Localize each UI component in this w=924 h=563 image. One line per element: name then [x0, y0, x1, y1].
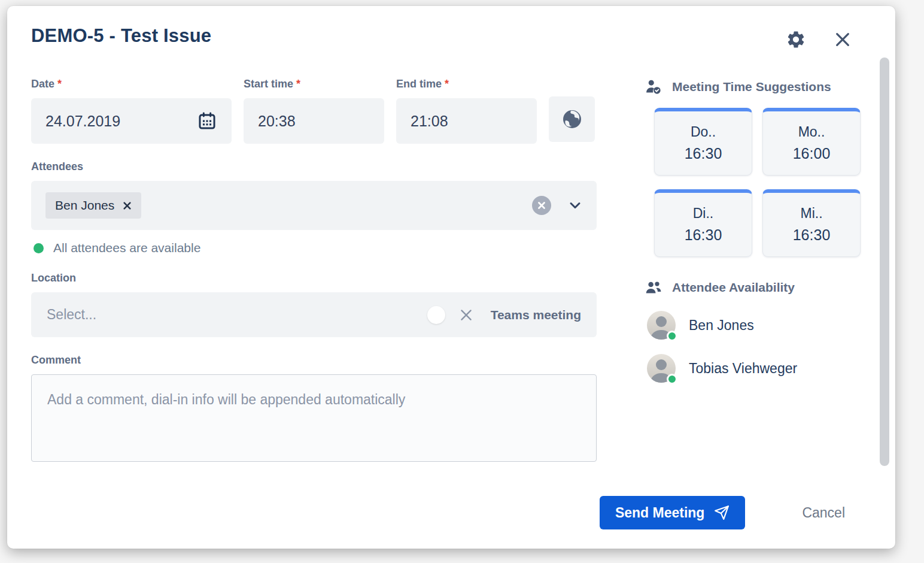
start-time-label-text: Start time — [244, 78, 293, 90]
clear-location-icon[interactable] — [458, 307, 474, 323]
send-meeting-label: Send Meeting — [615, 505, 705, 521]
suggestion-day: Mi.. — [800, 205, 822, 222]
date-field-group: Date* 24.07.2019 — [31, 78, 232, 144]
suggestion-time: 16:30 — [685, 226, 722, 244]
clear-attendees-icon[interactable] — [532, 196, 551, 215]
attendee-availability-row: Ben Jones — [647, 311, 871, 340]
suggestion-time: 16:00 — [793, 145, 831, 162]
chevron-down-icon[interactable] — [567, 197, 583, 214]
date-value: 24.07.2019 — [45, 113, 120, 130]
end-time-label: End time* — [396, 78, 537, 90]
dialog-title: DEMO-5 - Test Issue — [31, 25, 211, 47]
remove-attendee-icon[interactable] — [123, 201, 132, 210]
location-input[interactable] — [47, 307, 427, 323]
people-icon — [645, 279, 662, 296]
dialog-body: Date* 24.07.2019 Start time* 20:38 — [31, 78, 871, 464]
end-time-label-text: End time — [396, 78, 442, 90]
teams-meeting-toggle[interactable] — [427, 306, 445, 324]
suggestions-grid: Do.. 16:30 Mo.. 16:00 Di.. 16:30 Mi.. 16… — [654, 108, 871, 257]
attendee-availability-row: Tobias Viehweger — [647, 354, 871, 383]
header-actions — [785, 29, 853, 50]
availability-status: All attendees are available — [34, 241, 597, 255]
suggestion-card[interactable]: Mi.. 16:30 — [762, 189, 861, 257]
availability-status-text: All attendees are available — [53, 241, 200, 255]
availability-title: Attendee Availability — [672, 280, 795, 295]
suggestion-time: 16:30 — [793, 226, 831, 244]
end-time-input[interactable]: 21:08 — [396, 98, 537, 144]
settings-gear-icon[interactable] — [785, 29, 807, 50]
cancel-button[interactable]: Cancel — [802, 505, 845, 521]
datetime-row: Date* 24.07.2019 Start time* 20:38 — [31, 78, 597, 144]
comment-textarea[interactable] — [31, 374, 597, 462]
date-label-text: Date — [31, 78, 54, 90]
comment-section: Comment — [31, 354, 597, 464]
start-time-input[interactable]: 20:38 — [244, 98, 384, 144]
close-icon[interactable] — [832, 29, 853, 50]
attendees-input[interactable]: Ben Jones — [31, 181, 597, 230]
suggestion-day: Do.. — [691, 124, 716, 140]
scrollbar-thumb[interactable] — [880, 57, 889, 466]
attendee-name: Ben Jones — [689, 317, 754, 334]
location-select[interactable]: Teams meeting — [31, 292, 597, 337]
form-column: Date* 24.07.2019 Start time* 20:38 — [31, 78, 597, 464]
attendee-chip-name: Ben Jones — [55, 198, 114, 213]
dialog-header: DEMO-5 - Test Issue — [31, 25, 871, 50]
avatar — [647, 311, 676, 340]
date-label: Date* — [31, 78, 232, 90]
presence-available-dot — [667, 374, 677, 385]
attendees-label: Attendees — [31, 161, 597, 173]
end-time-required-asterisk: * — [445, 78, 449, 90]
attendee-chip[interactable]: Ben Jones — [45, 192, 141, 219]
end-time-field-group: End time* 21:08 — [396, 78, 537, 144]
start-time-field-group: Start time* 20:38 — [244, 78, 384, 144]
location-label: Location — [31, 272, 597, 284]
suggestion-day: Mo.. — [798, 124, 825, 140]
calendar-icon[interactable] — [197, 111, 217, 131]
date-required-asterisk: * — [57, 78, 62, 90]
suggestion-card[interactable]: Do.. 16:30 — [654, 108, 752, 175]
comment-label: Comment — [31, 354, 597, 367]
globe-icon — [560, 107, 584, 131]
date-input[interactable]: 24.07.2019 — [31, 98, 232, 144]
meeting-dialog: DEMO-5 - Test Issue Date* 24.07.2019 — [7, 6, 895, 549]
teams-meeting-label: Teams meeting — [491, 308, 581, 322]
availability-header: Attendee Availability — [645, 279, 871, 296]
suggestions-header: Meeting Time Suggestions — [645, 78, 871, 96]
suggestion-time: 16:30 — [685, 145, 722, 162]
suggestions-title: Meeting Time Suggestions — [672, 80, 831, 94]
presence-available-dot — [667, 331, 677, 341]
start-time-value: 20:38 — [258, 113, 296, 130]
send-icon — [714, 505, 730, 520]
location-section: Location Teams meeting — [31, 272, 597, 337]
avatar — [647, 354, 676, 383]
send-meeting-button[interactable]: Send Meeting — [600, 496, 746, 529]
suggestions-column: Meeting Time Suggestions Do.. 16:30 Mo..… — [645, 78, 871, 464]
dialog-footer: Send Meeting Cancel — [600, 496, 845, 529]
person-check-icon — [645, 78, 662, 96]
start-time-required-asterisk: * — [296, 78, 300, 90]
suggestion-day: Di.. — [693, 205, 714, 222]
end-time-value: 21:08 — [411, 113, 448, 130]
start-time-label: Start time* — [244, 78, 384, 90]
available-dot-icon — [34, 243, 44, 253]
attendees-controls — [532, 196, 583, 215]
attendee-name: Tobias Viehweger — [689, 361, 797, 377]
attendees-section: Attendees Ben Jones — [31, 161, 597, 255]
timezone-button[interactable] — [549, 96, 595, 142]
suggestion-card[interactable]: Di.. 16:30 — [654, 189, 752, 257]
suggestion-card[interactable]: Mo.. 16:00 — [762, 108, 861, 175]
